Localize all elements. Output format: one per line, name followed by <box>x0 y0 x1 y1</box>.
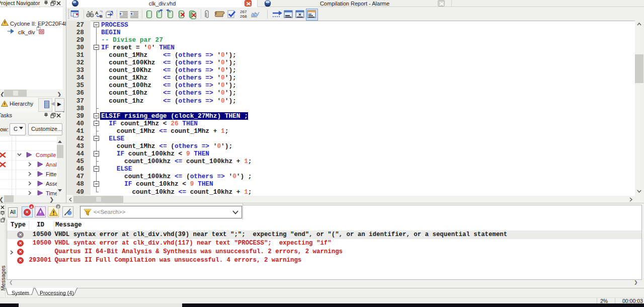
svg-text:A: A <box>95 11 99 16</box>
